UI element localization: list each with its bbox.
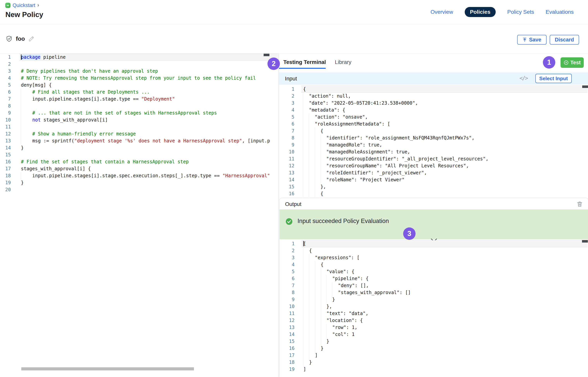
line-number: 10 (280, 303, 294, 310)
code-line: 20 (0, 186, 279, 193)
input-title: Input (285, 76, 297, 82)
play-icon (564, 60, 569, 65)
check-circle-icon (285, 218, 293, 225)
line-number: 17 (0, 165, 11, 172)
indent-guide (303, 155, 309, 162)
code-line: 7input.pipeline.stages[i].stage.type == … (0, 95, 279, 103)
line-number: 2 (0, 61, 11, 68)
code-line: 4{ (280, 261, 588, 268)
code-line: 9# ... that are not in the set of stages… (0, 109, 279, 117)
indent-guide (309, 254, 315, 261)
indent-guide (303, 128, 309, 134)
line-number: 7 (280, 282, 294, 289)
indent-guide (321, 331, 327, 338)
indent-guide (315, 268, 321, 275)
line-number: 13 (279, 169, 294, 176)
line-number: 3 (280, 254, 294, 261)
indent-guide (303, 134, 309, 141)
code-line: 8"identifier": "role_assignment_NsFQM43R… (279, 134, 588, 141)
editor-scrollbar-thumb[interactable] (264, 54, 270, 56)
code-line: 15 (0, 151, 279, 158)
indent-guide (309, 120, 315, 128)
policy-name: foo (16, 35, 25, 42)
code-line: 14} (0, 144, 279, 151)
output-scrollbar-thumb[interactable] (582, 240, 588, 243)
test-button[interactable]: Test (561, 57, 584, 68)
indent-guide (327, 331, 332, 338)
horizontal-scrollbar[interactable] (21, 367, 194, 370)
new-policy-page: ∞ Quickstart › New Policy Overview Polic… (0, 0, 588, 377)
indent-guide (320, 155, 326, 162)
indent-guide (320, 176, 326, 183)
indent-guide (309, 128, 315, 134)
line-number: 7 (279, 128, 294, 134)
nav-policies[interactable]: Policies (465, 7, 496, 17)
nav-evaluations[interactable]: Evaluations (546, 9, 574, 15)
code-line: 4# NOTE: Try removing the HarnessApprova… (0, 75, 279, 82)
trash-icon[interactable] (577, 201, 583, 207)
line-number: 9 (280, 296, 294, 303)
line-number: 5 (280, 268, 294, 275)
tab-testing-terminal[interactable]: Testing Terminal (283, 59, 326, 65)
indent-guide (315, 176, 320, 183)
indent-guide (315, 289, 321, 296)
indent-guide (303, 338, 309, 345)
policy-code-editor[interactable]: 1package pipeline23# Deny pipelines that… (0, 54, 279, 193)
line-number: 4 (279, 106, 294, 114)
indent-guide (303, 275, 309, 282)
code-line: 19} (0, 179, 279, 186)
output-json-editor[interactable]: 1[2{3"expressions": [4{5"value": {6"pipe… (280, 240, 588, 373)
input-scrollbar-thumb[interactable] (582, 85, 588, 88)
input-json-editor[interactable]: 1{2"action": null,3"date": "2022-05-05T2… (279, 86, 588, 197)
code-brackets-icon[interactable]: </> (520, 75, 528, 81)
active-tab-underline (279, 68, 326, 69)
line-number: 18 (0, 172, 11, 179)
discard-button[interactable]: Discard (550, 35, 579, 45)
code-line: 13"row": 1, (280, 324, 588, 331)
indent-guide (21, 109, 32, 117)
line-number: 1 (0, 54, 11, 61)
harness-logo-icon: ∞ (5, 3, 11, 8)
code-line: 5"action": "onsave", (279, 114, 588, 120)
indent-guide (309, 289, 315, 296)
indent-guide (321, 282, 327, 289)
code-line: 4"metadata": { (279, 106, 588, 114)
nav-overview[interactable]: Overview (430, 9, 453, 15)
line-number: 4 (280, 261, 294, 268)
indent-guide (21, 117, 32, 123)
line-number: 3 (279, 100, 294, 106)
nav-policy-sets[interactable]: Policy Sets (507, 9, 534, 15)
indent-guide (303, 282, 309, 289)
indent-guide (315, 324, 321, 331)
indent-guide (303, 352, 309, 359)
code-line: 3# Deny pipelines that don't have an app… (0, 68, 279, 75)
line-number: 15 (279, 183, 294, 190)
code-line: 17] (280, 352, 588, 359)
indent-guide (303, 289, 309, 296)
indent-guide (303, 162, 309, 169)
line-number: 1 (280, 240, 294, 247)
indent-guide (21, 137, 32, 144)
code-line: 10"managedRoleAssignment": true, (279, 148, 588, 155)
breadcrumb-link-quickstart[interactable]: Quickstart (12, 2, 35, 8)
tab-library[interactable]: Library (335, 59, 351, 65)
indent-guide (309, 141, 315, 148)
indent-guide (303, 106, 309, 114)
indent-guide (21, 103, 32, 109)
code-line: 3"date": "2022-05-05T20:41:23.538+0000", (279, 100, 588, 106)
indent-guide (321, 296, 327, 303)
indent-guide (321, 289, 327, 296)
indent-guide (21, 89, 32, 95)
indent-guide (303, 296, 309, 303)
indent-guide (315, 183, 320, 190)
indent-guide (303, 176, 309, 183)
indent-guide (303, 254, 309, 261)
indent-guide (303, 190, 309, 197)
edit-pencil-icon[interactable] (28, 36, 34, 42)
line-number: 7 (0, 95, 11, 103)
select-input-button[interactable]: Select Input (535, 74, 572, 83)
indent-guide (321, 275, 327, 282)
line-number: 8 (279, 134, 294, 141)
indent-guide (303, 183, 309, 190)
save-button[interactable]: Save (517, 35, 547, 45)
